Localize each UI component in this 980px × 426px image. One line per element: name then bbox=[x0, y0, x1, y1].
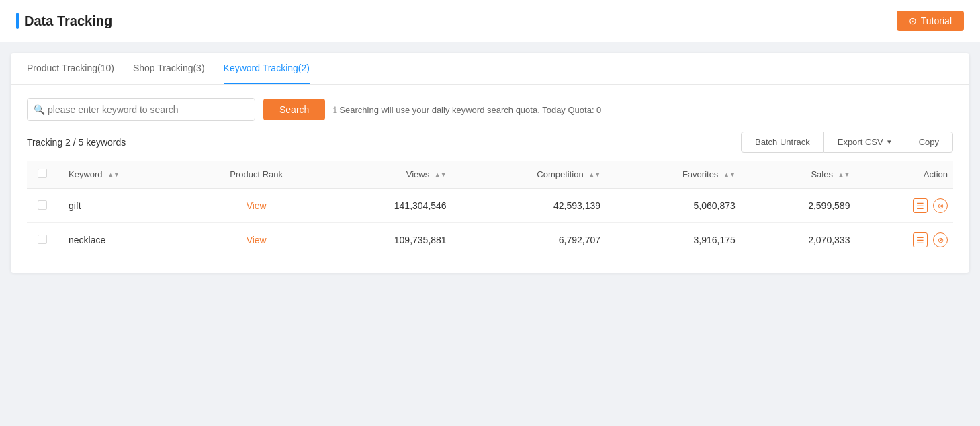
tutorial-button[interactable]: ⊙ Tutorial bbox=[897, 11, 964, 31]
row-product-rank: View bbox=[189, 189, 323, 223]
row-action-icons: ☰ ⊗ bbox=[871, 232, 948, 247]
tracking-count: Tracking 2 / 5 keywords bbox=[27, 137, 126, 148]
quota-text: Searching will use your daily keyword se… bbox=[339, 105, 601, 115]
th-sales: Sales ▲▼ bbox=[746, 161, 861, 189]
row-favorites: 3,916,175 bbox=[611, 223, 746, 257]
row-sales: 2,070,333 bbox=[746, 223, 861, 257]
row-track-icon-1[interactable]: ☰ bbox=[913, 232, 928, 247]
search-button[interactable]: Search bbox=[263, 99, 325, 120]
row-checkbox-0[interactable] bbox=[38, 200, 47, 210]
search-input-wrap: 🔍 bbox=[27, 98, 255, 121]
th-checkbox bbox=[27, 161, 58, 189]
page-title: Data Tracking bbox=[16, 13, 112, 29]
search-area: 🔍 Search ℹ Searching will use your daily… bbox=[11, 85, 969, 132]
row-sales: 2,599,589 bbox=[746, 189, 861, 223]
page-header: Data Tracking ⊙ Tutorial bbox=[0, 0, 980, 42]
sales-sort-icon[interactable]: ▲▼ bbox=[838, 172, 850, 178]
views-sort-icon[interactable]: ▲▼ bbox=[435, 172, 447, 178]
tracking-bar: Tracking 2 / 5 keywords Batch Untrack Ex… bbox=[11, 132, 969, 161]
batch-untrack-button[interactable]: Batch Untrack bbox=[741, 132, 824, 153]
search-input[interactable] bbox=[27, 98, 255, 121]
product-rank-view-link-1[interactable]: View bbox=[247, 235, 267, 245]
row-views: 109,735,881 bbox=[324, 223, 457, 257]
competition-sort-icon[interactable]: ▲▼ bbox=[588, 172, 600, 178]
th-favorites: Favorites ▲▼ bbox=[611, 161, 746, 189]
main-content: Product Tracking(10) Shop Tracking(3) Ke… bbox=[11, 53, 969, 273]
row-checkbox-1[interactable] bbox=[38, 235, 47, 244]
row-action: ☰ ⊗ bbox=[860, 223, 953, 257]
page-wrapper: Data Tracking ⊙ Tutorial Product Trackin… bbox=[0, 0, 980, 426]
product-rank-view-link-0[interactable]: View bbox=[247, 200, 267, 211]
th-product-rank: Product Rank bbox=[189, 161, 323, 189]
row-product-rank: View bbox=[189, 223, 323, 257]
row-views: 141,304,546 bbox=[324, 189, 457, 223]
tab-keyword-tracking[interactable]: Keyword Tracking(2) bbox=[224, 53, 310, 84]
tutorial-icon: ⊙ bbox=[909, 15, 917, 26]
chevron-down-icon: ▾ bbox=[887, 138, 891, 146]
row-keyword: necklace bbox=[58, 223, 189, 257]
table-wrap: Keyword ▲▼ Product Rank Views ▲▼ Competi… bbox=[11, 161, 969, 257]
row-track-icon-0[interactable]: ☰ bbox=[913, 198, 928, 213]
tutorial-button-label: Tutorial bbox=[921, 15, 952, 26]
row-untrack-icon-1[interactable]: ⊗ bbox=[933, 232, 948, 247]
row-untrack-icon-0[interactable]: ⊗ bbox=[933, 198, 948, 213]
row-action-icons: ☰ ⊗ bbox=[871, 198, 948, 213]
search-icon: 🔍 bbox=[34, 104, 45, 115]
tab-shop-tracking[interactable]: Shop Tracking(3) bbox=[133, 53, 205, 84]
table-row: gift View 141,304,546 42,593,139 5,060,8… bbox=[27, 189, 953, 223]
quota-info: ℹ Searching will use your daily keyword … bbox=[333, 105, 601, 115]
keyword-sort-icon[interactable]: ▲▼ bbox=[107, 172, 120, 178]
th-competition: Competition ▲▼ bbox=[457, 161, 611, 189]
row-action: ☰ ⊗ bbox=[860, 189, 953, 223]
th-views: Views ▲▼ bbox=[324, 161, 457, 189]
keywords-table: Keyword ▲▼ Product Rank Views ▲▼ Competi… bbox=[27, 161, 953, 257]
action-buttons: Batch Untrack Export CSV ▾ Copy bbox=[741, 132, 953, 153]
row-keyword: gift bbox=[58, 189, 189, 223]
row-competition: 6,792,707 bbox=[457, 223, 611, 257]
row-favorites: 5,060,873 bbox=[611, 189, 746, 223]
tab-product-tracking[interactable]: Product Tracking(10) bbox=[27, 53, 114, 84]
th-action: Action bbox=[860, 161, 953, 189]
row-checkbox-cell bbox=[27, 189, 58, 223]
select-all-checkbox[interactable] bbox=[38, 169, 47, 178]
export-csv-label: Export CSV bbox=[838, 137, 883, 147]
title-bar-decoration bbox=[16, 13, 19, 29]
th-keyword: Keyword ▲▼ bbox=[58, 161, 189, 189]
export-csv-button[interactable]: Export CSV ▾ bbox=[824, 132, 905, 153]
table-row: necklace View 109,735,881 6,792,707 3,91… bbox=[27, 223, 953, 257]
copy-button[interactable]: Copy bbox=[905, 132, 953, 153]
row-competition: 42,593,139 bbox=[457, 189, 611, 223]
table-header-row: Keyword ▲▼ Product Rank Views ▲▼ Competi… bbox=[27, 161, 953, 189]
info-icon: ℹ bbox=[333, 105, 337, 115]
page-title-text: Data Tracking bbox=[24, 13, 112, 29]
tabs-bar: Product Tracking(10) Shop Tracking(3) Ke… bbox=[11, 53, 969, 85]
row-checkbox-cell bbox=[27, 223, 58, 257]
favorites-sort-icon[interactable]: ▲▼ bbox=[723, 172, 736, 178]
